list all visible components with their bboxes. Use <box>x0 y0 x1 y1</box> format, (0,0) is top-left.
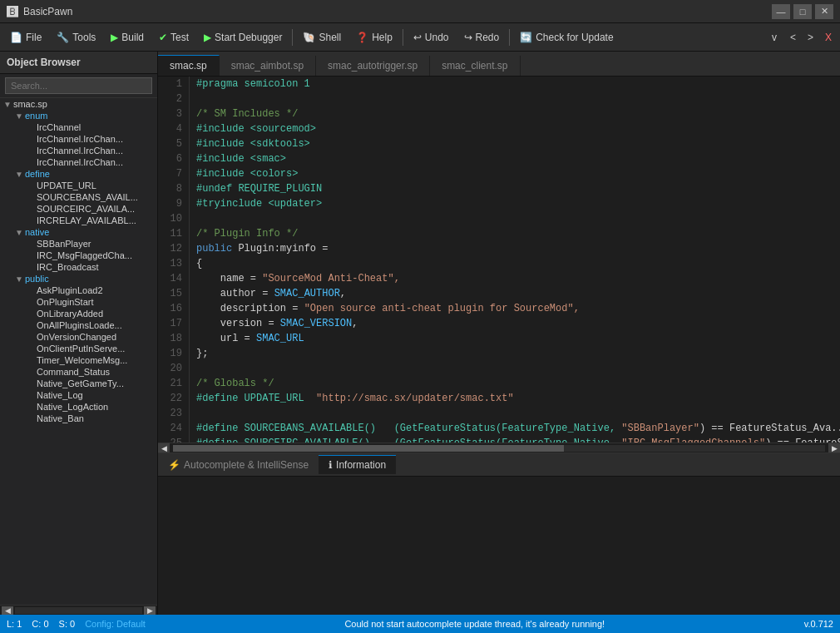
nav-next-button[interactable]: > <box>803 28 818 47</box>
search-input[interactable] <box>5 77 152 94</box>
tab-smac-autotrigger-sp[interactable]: smac_autotrigger.sp <box>316 56 430 76</box>
code-cyan: SMAC_AUTHOR <box>274 286 340 301</box>
tree-item[interactable]: IRC_Broadcast <box>0 261 157 273</box>
tree-item[interactable]: OnVersionChanged <box>0 331 157 343</box>
menu-help[interactable]: ❓ Help <box>349 28 399 47</box>
code-line <box>196 406 840 421</box>
code-plain: url = <box>196 331 256 346</box>
tree-label: Native_LogAction <box>37 402 108 412</box>
tree-item[interactable]: SBBanPlayer <box>0 238 157 250</box>
code-cyan: SMAC_VERSION <box>280 316 352 331</box>
tree-item[interactable]: ▼smac.sp <box>0 98 157 110</box>
tree-item[interactable]: AskPluginLoad2 <box>0 284 157 296</box>
code-plain: ) == FeatureS... <box>765 436 840 443</box>
hscroll-thumb <box>173 445 564 452</box>
maximize-button[interactable]: □ <box>793 4 812 19</box>
code-line: #tryinclude <updater> <box>196 196 840 211</box>
code-line: #undef REQUIRE_PLUGIN <box>196 181 840 196</box>
update-icon: 🔄 <box>520 32 532 43</box>
menu-tools[interactable]: 🔧 Tools <box>50 28 102 47</box>
line-number: 4 <box>161 121 182 136</box>
tree-item[interactable]: IrcChannel.IrcChan... <box>0 133 157 145</box>
tree-item[interactable]: Native_Ban <box>0 413 157 424</box>
line-number: 25 <box>161 436 182 443</box>
tab-smac-client-sp[interactable]: smac_client.sp <box>430 56 520 76</box>
menu-undo[interactable]: ↩ Undo <box>407 28 456 47</box>
code-line: /* Plugin Info */ <box>196 226 840 241</box>
sidebar-horizontal-scroll[interactable]: ◀ ▶ <box>0 605 157 615</box>
tree-item[interactable]: IRCRELAY_AVAILABL... <box>0 215 157 226</box>
tree-item[interactable]: ▼native <box>0 226 157 238</box>
tree-label: SOURCEBANS_AVAIL... <box>37 192 138 202</box>
hscroll-right-btn[interactable]: ▶ <box>828 443 840 453</box>
tree-item[interactable]: IrcChannel.IrcChan... <box>0 156 157 168</box>
nav-close-button[interactable]: X <box>820 28 837 47</box>
tree-item[interactable]: OnAllPluginsLoade... <box>0 319 157 331</box>
tree-item[interactable]: SOURCEIRC_AVAILA... <box>0 203 157 215</box>
line-number: 2 <box>161 91 182 106</box>
code-line <box>196 211 840 226</box>
tree-label: Native_GetGameTy... <box>37 378 124 388</box>
expand-icon: ▼ <box>15 170 23 179</box>
code-line: url = SMAC_URL <box>196 331 840 346</box>
tree-label: smac.sp <box>13 99 47 109</box>
nav-prev-button[interactable]: < <box>785 28 801 47</box>
menu-redo[interactable]: ↪ Redo <box>457 28 506 47</box>
line-numbers: 1234567891011121314151617181920212223242… <box>158 77 190 443</box>
minimize-button[interactable]: — <box>772 4 790 19</box>
line-number: 17 <box>161 316 182 331</box>
help-icon: ❓ <box>356 32 368 43</box>
menu-file[interactable]: 📄 File <box>3 28 48 47</box>
menu-debugger[interactable]: ▶ Start Debugger <box>197 28 289 47</box>
status-line: L: 1 <box>7 619 22 629</box>
statusbar-message: Could not start autocomplete update thre… <box>146 619 804 629</box>
tree-item[interactable]: OnLibraryAdded <box>0 308 157 319</box>
menu-build[interactable]: ▶ Build <box>104 28 151 47</box>
tree-item[interactable]: IrcChannel <box>0 121 157 133</box>
status-sel: S: 0 <box>59 619 76 629</box>
menu-check-update[interactable]: 🔄 Check for Update <box>513 28 620 47</box>
tree-item[interactable]: OnClientPutInServe... <box>0 343 157 354</box>
tree-item[interactable]: Timer_WelcomeMsg... <box>0 354 157 366</box>
tree-item[interactable]: OnPluginStart <box>0 296 157 308</box>
tree-item[interactable]: ▼public <box>0 273 157 284</box>
tree-item[interactable]: Native_GetGameTy... <box>0 378 157 389</box>
tree-item[interactable]: Command_Status <box>0 366 157 378</box>
bottom-tab-0[interactable]: ⚡Autocomplete & IntelliSense <box>158 456 319 474</box>
code-line: author = SMAC_AUTHOR, <box>196 286 840 301</box>
editor-hscroll[interactable]: ◀ ▶ <box>158 443 840 452</box>
sidebar-scroll-left[interactable]: ◀ <box>2 606 13 615</box>
hscroll-left-btn[interactable]: ◀ <box>158 443 170 453</box>
tree-label: IrcChannel.IrcChan... <box>37 157 123 167</box>
tree-item[interactable]: SOURCEBANS_AVAIL... <box>0 191 157 203</box>
statusbar-version: v.0.712 <box>804 619 833 629</box>
redo-icon: ↪ <box>464 32 472 43</box>
hscroll-track[interactable] <box>173 445 825 452</box>
status-config[interactable]: Config: Default <box>85 619 146 629</box>
code-plain: , <box>352 316 358 331</box>
tree-item[interactable]: ▼define <box>0 168 157 180</box>
code-plain: name = <box>196 271 262 286</box>
bottom-tab-1[interactable]: ℹInformation <box>319 455 396 474</box>
tree-item[interactable]: UPDATE_URL <box>0 180 157 191</box>
menu-test[interactable]: ✔ Test <box>152 28 195 47</box>
tree-item[interactable]: ▼enum <box>0 110 157 121</box>
tab-label: Information <box>336 459 386 471</box>
version-label: v <box>765 28 783 47</box>
sidebar-scroll-right[interactable]: ▶ <box>144 606 156 615</box>
tree-item[interactable]: IRC_MsgFlaggedCha... <box>0 250 157 261</box>
tree-item[interactable]: IrcChannel.IrcChan... <box>0 145 157 156</box>
close-button[interactable]: ✕ <box>815 4 833 19</box>
line-number: 9 <box>161 196 182 211</box>
tree-label: OnClientPutInServe... <box>37 344 125 354</box>
code-cmt: /* SM Includes */ <box>196 106 298 121</box>
line-number: 24 <box>161 421 182 436</box>
tree-item[interactable]: Native_Log <box>0 389 157 401</box>
tab-smac-aimbot-sp[interactable]: smac_aimbot.sp <box>220 56 316 76</box>
code-line: #define UPDATE_URL "http://smac.sx/updat… <box>196 391 840 406</box>
tree-item[interactable]: Native_LogAction <box>0 401 157 413</box>
code-dir: #include <colors> <box>196 166 298 181</box>
menu-shell[interactable]: 🐚 Shell <box>296 28 348 47</box>
code-editor[interactable]: #pragma semicolon 1 /* SM Includes */#in… <box>190 77 840 443</box>
tab-smac-sp[interactable]: smac.sp <box>158 55 220 76</box>
